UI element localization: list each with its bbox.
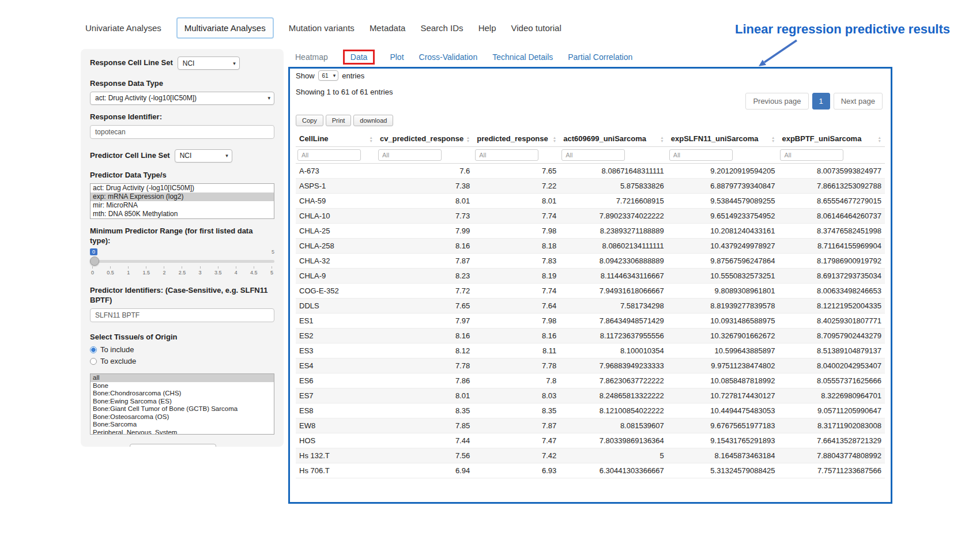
table-row[interactable]: HOS7.447.477.803398691363649.15431765291…: [296, 433, 885, 448]
table-row[interactable]: ES78.018.038.2486581332222210.7278174430…: [296, 388, 885, 403]
radio-to-exclude[interactable]: To exclude: [90, 357, 274, 365]
column-header-expslfn11-unisarcoma[interactable]: expSLFN11_uniSarcoma▲▼: [668, 131, 779, 147]
column-filter-input-expbptf-unisarcoma[interactable]: [780, 149, 843, 161]
list-option-bone-giant-cell-tumor-of-bone-gctb-sarcoma[interactable]: Bone:Giant Cell Tumor of Bone (GCTB) Sar…: [91, 405, 274, 413]
radio-label: To include: [100, 345, 134, 354]
nav-item-search-ids[interactable]: Search IDs: [420, 23, 463, 33]
column-header-expbptf-unisarcoma[interactable]: expBPTF_uniSarcoma▲▼: [778, 131, 885, 147]
chevron-down-icon: ▾: [333, 73, 336, 78]
nav-item-multivariate-analyses[interactable]: Multivariate Analyses: [176, 17, 274, 39]
predictor-identifiers-input[interactable]: [90, 308, 274, 322]
table-row[interactable]: EW87.857.878.0815396079.676756519771838.…: [296, 418, 885, 433]
slider-tick-label: 1: [127, 266, 130, 276]
copy-button[interactable]: Copy: [296, 115, 323, 126]
sort-icon[interactable]: ▲▼: [553, 136, 556, 143]
list-option-bone-osteosarcoma-os[interactable]: Bone:Osteosarcoma (OS): [91, 413, 274, 421]
entries-count-select[interactable]: 61 ▾: [318, 70, 339, 81]
table-row[interactable]: COG-E-3527.727.747.949316180666679.80893…: [296, 284, 885, 299]
column-filter-input-cellline[interactable]: [297, 149, 361, 161]
sort-icon[interactable]: ▲▼: [878, 136, 881, 143]
table-row[interactable]: Hs 132.T7.567.4258.16458734631847.880437…: [296, 448, 885, 463]
response-cell-line-set-label: Response Cell Line Set: [90, 58, 173, 68]
sort-icon[interactable]: ▲▼: [771, 136, 775, 143]
table-row[interactable]: ES28.168.168.1172363795555610.3267901662…: [296, 329, 885, 344]
list-option-mth-dna-850k-methylation[interactable]: mth: DNA 850K Methylation: [91, 210, 274, 218]
tab-cross-validation[interactable]: Cross-Validation: [419, 52, 478, 62]
slider-tick-label: 3: [199, 266, 202, 276]
table-row[interactable]: Hs 706.T6.946.936.304413033666675.313245…: [296, 463, 885, 478]
table-row[interactable]: CHLA-98.238.198.1144634311666710.5550832…: [296, 269, 885, 284]
show-entries-control: Show 61 ▾ entries: [296, 70, 364, 81]
list-option-bone-chondrosarcoma-chs[interactable]: Bone:Chondrosarcoma (CHS): [91, 390, 274, 398]
slider-value-badge: 0: [90, 248, 97, 255]
algorithm-select[interactable]: Linear Regression ▾: [130, 444, 216, 447]
table-row[interactable]: A-6737.67.658.086716483111119.2012091959…: [296, 164, 885, 179]
table-row[interactable]: ES17.977.987.8643494857142910.0931486588…: [296, 314, 885, 329]
tab-plot[interactable]: Plot: [390, 52, 404, 62]
download-button[interactable]: download: [353, 115, 393, 126]
pagination: Previous page 1 Next page: [745, 93, 883, 110]
previous-page-button[interactable]: Previous page: [745, 93, 808, 110]
nav-item-univariate-analyses[interactable]: Univariate Analyses: [85, 23, 161, 33]
column-header-act609699-unisarcoma[interactable]: act609699_uniSarcoma▲▼: [560, 131, 668, 147]
column-header-cv-predicted-response[interactable]: cv_predicted_response▲▼: [376, 131, 473, 147]
list-option-bone[interactable]: Bone: [91, 382, 274, 390]
current-page-button[interactable]: 1: [812, 93, 830, 110]
slider-handle[interactable]: [90, 256, 99, 266]
tab-technical-details[interactable]: Technical Details: [492, 52, 553, 62]
column-filter-input-predicted-response[interactable]: [475, 149, 538, 161]
table-row[interactable]: CHLA-107.737.747.890233740222229.6514923…: [296, 209, 885, 224]
column-filter-input-expslfn11-unisarcoma[interactable]: [669, 149, 733, 161]
response-identifier-input[interactable]: [90, 125, 274, 139]
predictor-data-types-listbox[interactable]: act: Drug Activity (-log10[IC50M])exp: m…: [90, 183, 274, 219]
nav-item-metadata[interactable]: Metadata: [370, 23, 406, 33]
min-predictor-range-slider[interactable]: 0 5 00.511.522.533.544.55: [90, 248, 274, 278]
table-wrap: CellLine▲▼cv_predicted_response▲▼predict…: [296, 131, 885, 478]
slider-tick-label: 3.5: [214, 266, 222, 276]
nav-item-video-tutorial[interactable]: Video tutorial: [511, 23, 561, 33]
select-value: act: Drug Activity (-log10[IC50M]): [95, 94, 197, 102]
next-page-button[interactable]: Next page: [834, 93, 883, 110]
tab-data[interactable]: Data: [343, 50, 375, 65]
list-option-act-drug-activity-log10-ic50m[interactable]: act: Drug Activity (-log10[IC50M]): [91, 184, 274, 193]
list-option-peripheral-nervous-system[interactable]: Peripheral_Nervous_System: [91, 429, 274, 435]
table-row[interactable]: ES47.787.787.968839492333339.97511238474…: [296, 358, 885, 373]
table-row[interactable]: CHLA-327.877.838.094233068888899.8756759…: [296, 254, 885, 269]
predictor-cell-line-set-select[interactable]: NCI ▾: [175, 149, 232, 163]
slider-track[interactable]: [90, 260, 274, 263]
table-row[interactable]: ASPS-17.387.225.8758338266.8879773934084…: [296, 179, 885, 194]
tab-heatmap[interactable]: Heatmap: [295, 52, 328, 62]
sort-icon[interactable]: ▲▼: [660, 136, 664, 143]
column-filter-input-cv-predicted-response[interactable]: [378, 149, 442, 161]
list-option-exp-mrna-expression-log2[interactable]: exp: mRNA Expression (log2): [91, 193, 274, 201]
list-option-bone-ewing-sarcoma-es[interactable]: Bone:Ewing Sarcoma (ES): [91, 398, 274, 406]
table-row[interactable]: CHLA-2588.168.188.0860213411111110.43792…: [296, 239, 885, 254]
tissue-origin-label: Select Tissue/s of Origin: [90, 333, 274, 342]
sort-icon[interactable]: ▲▼: [369, 136, 372, 143]
response-data-type-select[interactable]: act: Drug Activity (-log10[IC50M]) ▾: [90, 92, 274, 105]
print-button[interactable]: Print: [326, 115, 352, 126]
slider-ticks: 00.511.522.533.544.55: [91, 266, 273, 276]
table-row[interactable]: DDLS7.657.647.5817342988.819392778395788…: [296, 299, 885, 314]
table-row[interactable]: ES67.867.87.8623063772222210.08584878189…: [296, 373, 885, 388]
column-header-cellline[interactable]: CellLine▲▼: [296, 131, 376, 147]
predictor-identifiers-label: Predictor Identifiers: (Case-Sensitive, …: [90, 286, 274, 305]
list-option-mir-microrna[interactable]: mir: MicroRNA: [91, 201, 274, 210]
slider-tick-label: 4: [235, 266, 238, 276]
tissue-origin-listbox[interactable]: allBoneBone:Chondrosarcoma (CHS)Bone:Ewi…: [90, 373, 274, 435]
table-row[interactable]: ES38.128.118.10001035410.5996438858978.5…: [296, 344, 885, 358]
radio-to-include[interactable]: To include: [90, 345, 274, 354]
response-cell-line-set-select[interactable]: NCI ▾: [178, 56, 240, 70]
slider-tick-label: 4.5: [250, 266, 258, 276]
nav-item-mutation-variants[interactable]: Mutation variants: [289, 23, 355, 33]
list-option-bone-sarcoma[interactable]: Bone:Sarcoma: [91, 421, 274, 429]
table-row[interactable]: ES88.358.358.1210085402222210.4494475483…: [296, 403, 885, 418]
list-option-all[interactable]: all: [91, 374, 274, 382]
table-row[interactable]: CHLA-257.997.988.2389327118888910.208124…: [296, 224, 885, 239]
column-filter-input-act609699-unisarcoma[interactable]: [561, 149, 625, 161]
table-row[interactable]: CHA-598.018.017.72166089159.538445790892…: [296, 194, 885, 209]
sort-icon[interactable]: ▲▼: [466, 136, 470, 143]
nav-item-help[interactable]: Help: [478, 23, 496, 33]
column-header-predicted-response[interactable]: predicted_response▲▼: [473, 131, 560, 147]
tab-partial-correlation[interactable]: Partial Correlation: [568, 52, 632, 62]
